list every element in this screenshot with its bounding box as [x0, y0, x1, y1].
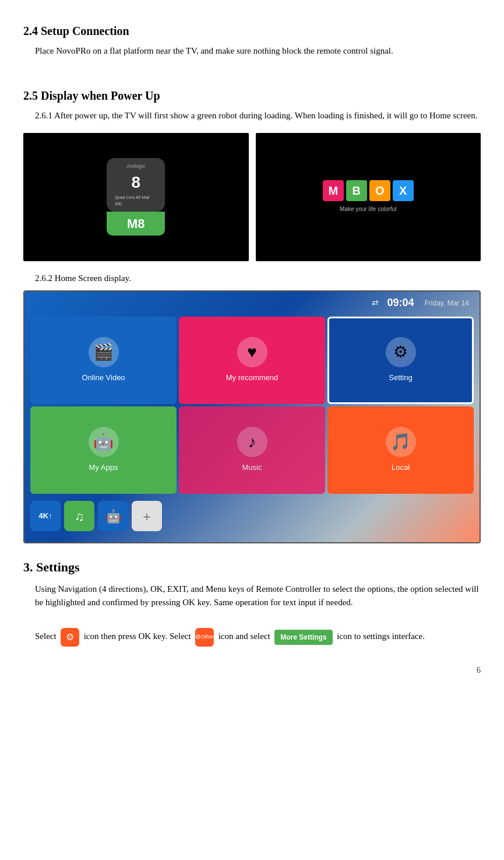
4k-icon: 4K↑ [30, 501, 61, 531]
online-video-label: Online Video [82, 372, 125, 384]
setting-label: Setting [389, 372, 412, 384]
home-cell-setting: ⚙ Setting [327, 317, 474, 404]
section-3-para2: Select ⚙ icon then press OK key. Select … [35, 628, 481, 647]
section-3-para1: Using Navigation (4 directions), OK, EXI… [35, 582, 481, 609]
section-261-para: 2.6.1 After power up, the TV will first … [35, 109, 481, 122]
home-cell-online-video: 🎬 Online Video [30, 317, 177, 404]
para2-suffix: icon to settings interface. [337, 631, 425, 641]
section-24-heading: 2.4 Setup Connection [23, 22, 481, 40]
music-small-icon: ♫ [64, 501, 94, 531]
local-label: Local [392, 462, 410, 473]
android-small-icon: 🤖 [98, 501, 128, 531]
home-cell-recommend: ♥ My recommend [179, 317, 325, 404]
home-topbar: ⇄ 09:04 Friday, Mar 14 [24, 292, 480, 314]
mbox-x: X [393, 180, 414, 201]
section-262-para: 2.6.2 Home Screen display. [35, 272, 481, 285]
recommend-label: My recommend [226, 372, 279, 384]
home-date: Friday, Mar 14 [425, 298, 469, 308]
para2-prefix: Select [35, 631, 57, 641]
add-icon: ＋ [132, 501, 162, 531]
loading-images: Amlogic 8 Quad Core A5 Mali 450 M8 M B O… [23, 133, 481, 261]
other-inline-icon: ⚙ Other [195, 628, 214, 647]
m8-label: M8 [107, 212, 165, 236]
mbox-m: M [323, 180, 344, 201]
section-3-heading: 3. Settings [23, 557, 481, 577]
home-cell-music: ♪ Music [179, 406, 325, 494]
m8-image: Amlogic 8 Quad Core A5 Mali 450 M8 [23, 133, 249, 261]
apps-label: My Apps [89, 462, 118, 473]
mbox-image: M B O X Make your life colorful [256, 133, 481, 261]
apps-icon: 🤖 [89, 427, 119, 457]
music-icon: ♪ [237, 427, 267, 457]
setting-icon: ⚙ [386, 337, 416, 367]
para2-mid3: icon and select [218, 631, 270, 641]
home-screen-image: ⇄ 09:04 Friday, Mar 14 🎬 Online Video ♥ … [23, 290, 481, 543]
wifi-icon: ⇄ [372, 297, 379, 309]
mbox-o: O [369, 180, 390, 201]
home-bottom-bar: 4K↑ ♫ 🤖 ＋ [24, 496, 480, 536]
section-24-para: Place NovoPRo on a flat platform near th… [35, 44, 481, 58]
mbox-b: B [346, 180, 367, 201]
section-25-heading: 2.5 Display when Power Up [23, 87, 481, 104]
recommend-icon: ♥ [237, 337, 267, 367]
online-video-icon: 🎬 [89, 337, 119, 367]
local-icon: 🎵 [386, 427, 416, 457]
home-time: 09:04 [387, 295, 414, 311]
home-cell-local: 🎵 Local [327, 406, 474, 494]
home-cell-apps: 🤖 My Apps [30, 406, 177, 494]
para2-mid1: icon then press OK key. Select [84, 631, 191, 641]
more-settings-btn: More Settings [274, 630, 332, 645]
page-number: 6 [23, 664, 481, 676]
mbox-tagline: Make your life colorful [340, 205, 396, 213]
music-label: Music [242, 462, 262, 473]
setting-inline-icon: ⚙ [61, 628, 79, 647]
home-grid: 🎬 Online Video ♥ My recommend ⚙ Setting … [24, 314, 480, 496]
